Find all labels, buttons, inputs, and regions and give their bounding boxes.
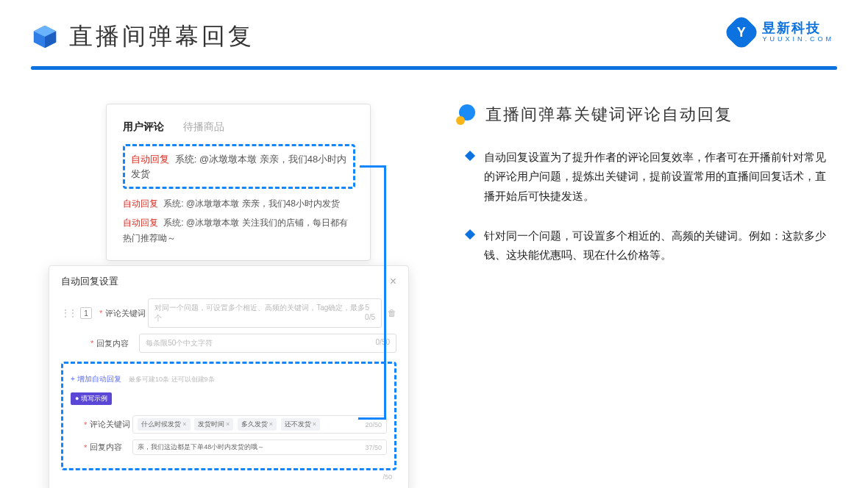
content-input[interactable]: 每条限50个中文字符 0/50 <box>139 334 396 353</box>
trailing-count: /50 <box>61 473 396 481</box>
page-title: 直播间弹幕回复 <box>69 21 255 53</box>
tag: 发货时间× <box>194 418 233 431</box>
required-icon: * <box>99 309 102 317</box>
section-title: 直播间弹幕关键词评论自动回复 <box>485 104 733 126</box>
delete-icon[interactable]: 🗑 <box>388 308 396 318</box>
example-block: + 增加自动回复 最多可建10条 还可以创建9条 ● 填写示例 * 评论关键词 … <box>61 362 396 470</box>
brand-logo: Y 昱新科技 YUUXIN.COM <box>728 19 834 46</box>
content-label: 回复内容 <box>96 338 139 349</box>
row-index: 1 <box>80 307 92 319</box>
settings-title: 自动回复设置 <box>61 275 118 288</box>
add-hint: 最多可建10条 还可以创建9条 <box>129 376 215 383</box>
screenshot-mock: 用户评论 待播商品 自动回复 系统: @冰墩墩本墩 亲亲，我们48小时内发货 自… <box>49 104 409 261</box>
diamond-icon <box>465 151 475 161</box>
keyword-label: 评论关键词 <box>105 308 148 319</box>
brand-name: 昱新科技 <box>762 21 834 36</box>
auto-reply-label: 自动回复 <box>131 154 169 165</box>
connector-line <box>358 417 386 420</box>
comment-row: 自动回复 系统: @冰墩墩本墩 关注我们的店铺，每日都有热门推荐呦～ <box>123 215 355 247</box>
example-content-input[interactable]: 亲，我们这边都是下单48小时内发货的哦～ 37/50 <box>132 439 387 455</box>
bullet-item: 自动回复设置为了提升作者的评论回复效率，作者可在开播前针对常见的评论用户问题，提… <box>466 148 831 206</box>
brand-subtitle: YUUXIN.COM <box>762 36 834 43</box>
tag: 多久发货× <box>238 418 277 431</box>
connector-line <box>384 165 386 420</box>
tag: 什么时候发货× <box>138 418 190 431</box>
comment-panel: 用户评论 待播商品 自动回复 系统: @冰墩墩本墩 亲亲，我们48小时内发货 自… <box>106 104 371 261</box>
close-icon[interactable]: × <box>390 275 396 288</box>
bubble-icon <box>456 104 477 125</box>
keyword-input[interactable]: 对同一个问题，可设置多个相近、高频的关键词，Tag确定，最多5个 0/5 <box>148 298 382 328</box>
bullet-item: 针对同一个问题，可设置多个相近的、高频的关键词。例如：这款多少钱、这块能优惠吗、… <box>466 226 831 265</box>
required-icon: * <box>90 339 93 348</box>
description-column: 直播间弹幕关键词评论自动回复 自动回复设置为了提升作者的评论回复效率，作者可在开… <box>409 104 831 285</box>
add-auto-reply-link[interactable]: + 增加自动回复 <box>71 374 121 384</box>
diamond-icon <box>465 229 475 240</box>
comment-row: 自动回复 系统: @冰墩墩本墩 亲亲，我们48小时内发货 <box>123 196 355 212</box>
example-badge: ● 填写示例 <box>71 392 112 405</box>
brand-mark-icon: Y <box>723 14 761 51</box>
auto-reply-settings: 自动回复设置 × ⋮⋮ 1 * 评论关键词 对同一个问题，可设置多个相近、高频的… <box>49 265 409 488</box>
tab-products[interactable]: 待播商品 <box>183 121 224 134</box>
tab-comments[interactable]: 用户评论 <box>123 121 164 134</box>
connector-line <box>360 165 386 168</box>
drag-handle-icon[interactable]: ⋮⋮ <box>61 308 76 318</box>
example-keyword-input[interactable]: 什么时候发货× 发货时间× 多久发货× 还不发货× 20/50 <box>132 415 387 434</box>
tag: 还不发货× <box>281 418 320 431</box>
cube-icon <box>31 23 59 51</box>
highlighted-comment: 自动回复 系统: @冰墩墩本墩 亲亲，我们48小时内发货 <box>123 144 355 189</box>
